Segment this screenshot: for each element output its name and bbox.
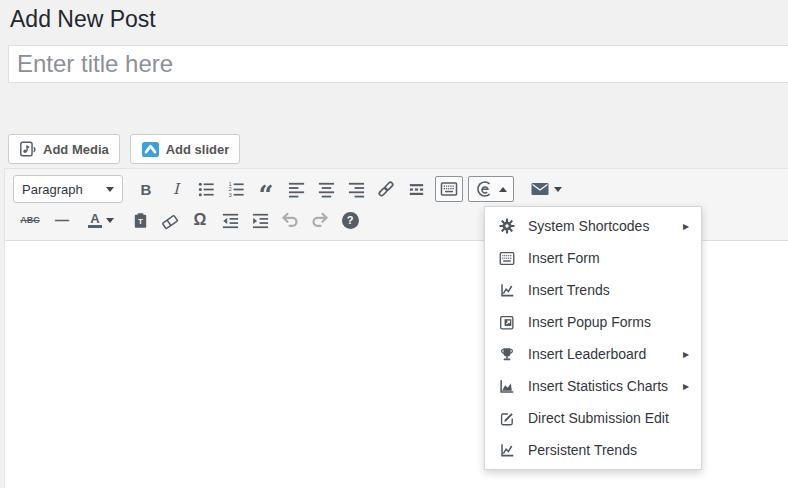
menu-item-label: System Shortcodes xyxy=(528,218,649,234)
email-dropdown-button[interactable] xyxy=(523,176,569,202)
menu-item-label: Insert Popup Forms xyxy=(528,314,651,330)
paragraph-format-value: Paragraph xyxy=(22,182,83,197)
keyboard-form-icon xyxy=(439,179,459,199)
help-button[interactable]: ? xyxy=(336,207,364,233)
paragraph-format-select[interactable]: Paragraph xyxy=(13,175,123,203)
menu-item-insert-leaderboard[interactable]: Insert Leaderboard ▸ xyxy=(485,338,701,370)
form-icon xyxy=(498,249,516,268)
strikethrough-button[interactable]: ABC xyxy=(14,207,46,233)
eraser-icon xyxy=(160,210,180,230)
form-shortcode-button[interactable] xyxy=(435,176,463,202)
horizontal-rule-icon: — xyxy=(55,212,69,228)
help-icon: ? xyxy=(342,212,359,229)
align-left-icon xyxy=(287,180,306,199)
line-chart-icon xyxy=(498,441,516,460)
bullet-list-button[interactable] xyxy=(192,176,220,202)
special-character-button[interactable]: Ω xyxy=(186,207,214,233)
menu-item-insert-form[interactable]: Insert Form xyxy=(485,242,701,274)
menu-item-label: Insert Leaderboard xyxy=(528,346,646,362)
menu-item-persistent-trends[interactable]: Persistent Trends xyxy=(485,434,701,466)
redo-button[interactable] xyxy=(306,207,334,233)
text-color-button[interactable]: A xyxy=(78,207,124,233)
insert-link-button[interactable] xyxy=(372,176,400,202)
menu-item-direct-submission-edit[interactable]: Direct Submission Edit xyxy=(485,402,701,434)
clear-formatting-button[interactable] xyxy=(156,207,184,233)
submenu-arrow-icon: ▸ xyxy=(683,219,689,233)
page-title: Add New Post xyxy=(10,4,156,34)
align-right-icon xyxy=(347,180,366,199)
bold-button[interactable]: B xyxy=(132,176,160,202)
toolbar-row-1: Paragraph B I 1 xyxy=(13,173,781,205)
redo-icon xyxy=(310,210,330,230)
link-icon xyxy=(376,179,396,199)
read-more-icon xyxy=(407,180,426,199)
clipboard-text-icon: T xyxy=(131,211,150,230)
add-slider-button[interactable]: Add slider xyxy=(130,134,241,164)
align-center-icon xyxy=(317,180,336,199)
chevron-up-icon xyxy=(499,187,507,192)
undo-icon xyxy=(280,210,300,230)
help-glyph: ? xyxy=(347,214,354,226)
horizontal-rule-button[interactable]: — xyxy=(48,207,76,233)
numbered-list-button[interactable]: 1 2 3 xyxy=(222,176,250,202)
add-media-label: Add Media xyxy=(43,142,109,157)
outdent-button[interactable] xyxy=(216,207,244,233)
area-chart-icon xyxy=(498,377,516,396)
menu-item-label: Direct Submission Edit xyxy=(528,410,669,426)
svg-text:3: 3 xyxy=(228,191,232,197)
align-center-button[interactable] xyxy=(312,176,340,202)
envelope-icon xyxy=(530,179,550,199)
menu-item-label: Insert Trends xyxy=(528,282,610,298)
line-chart-icon xyxy=(498,281,516,300)
media-icon xyxy=(19,140,37,158)
menu-item-label: Insert Statistics Charts xyxy=(528,378,668,394)
shortcodes-dropdown-button[interactable] xyxy=(468,176,514,202)
submenu-arrow-icon: ▸ xyxy=(683,347,689,361)
menu-item-insert-trends[interactable]: Insert Trends xyxy=(485,274,701,306)
shortcodes-dropdown-menu: System Shortcodes ▸ Insert Form Insert T… xyxy=(484,206,702,470)
blockquote-icon: “ xyxy=(259,178,274,200)
indent-button[interactable] xyxy=(246,207,274,233)
chevron-down-icon xyxy=(554,187,562,192)
media-buttons-row: Add Media Add slider xyxy=(8,134,240,164)
strikethrough-icon: ABC xyxy=(20,215,40,225)
popup-icon xyxy=(498,313,516,332)
slider-icon xyxy=(141,140,160,159)
trophy-icon xyxy=(498,345,516,364)
menu-item-label: Insert Form xyxy=(528,250,600,266)
align-right-button[interactable] xyxy=(342,176,370,202)
omega-icon: Ω xyxy=(194,211,207,229)
e-shortcode-icon xyxy=(475,179,495,199)
svg-text:T: T xyxy=(138,217,143,226)
undo-button[interactable] xyxy=(276,207,304,233)
bullet-list-icon xyxy=(197,180,216,199)
menu-item-system-shortcodes[interactable]: System Shortcodes ▸ xyxy=(485,210,701,242)
gear-icon xyxy=(498,217,516,235)
read-more-button[interactable] xyxy=(402,176,430,202)
text-color-icon: A xyxy=(88,212,101,228)
italic-icon: I xyxy=(173,180,179,198)
menu-item-insert-statistics-charts[interactable]: Insert Statistics Charts ▸ xyxy=(485,370,701,402)
blockquote-button[interactable]: “ xyxy=(252,176,280,202)
outdent-icon xyxy=(221,211,240,230)
chevron-down-icon xyxy=(106,187,114,192)
add-media-button[interactable]: Add Media xyxy=(8,134,120,164)
paste-as-text-button[interactable]: T xyxy=(126,207,154,233)
menu-item-label: Persistent Trends xyxy=(528,442,637,458)
indent-icon xyxy=(251,211,270,230)
post-title-input[interactable] xyxy=(8,45,788,83)
numbered-list-icon: 1 2 3 xyxy=(227,180,246,199)
menu-item-insert-popup-forms[interactable]: Insert Popup Forms xyxy=(485,306,701,338)
submenu-arrow-icon: ▸ xyxy=(683,379,689,393)
align-left-button[interactable] xyxy=(282,176,310,202)
edit-icon xyxy=(498,409,516,428)
italic-button[interactable]: I xyxy=(162,176,190,202)
add-slider-label: Add slider xyxy=(166,142,230,157)
chevron-down-icon xyxy=(106,218,114,223)
bold-icon: B xyxy=(141,181,152,198)
